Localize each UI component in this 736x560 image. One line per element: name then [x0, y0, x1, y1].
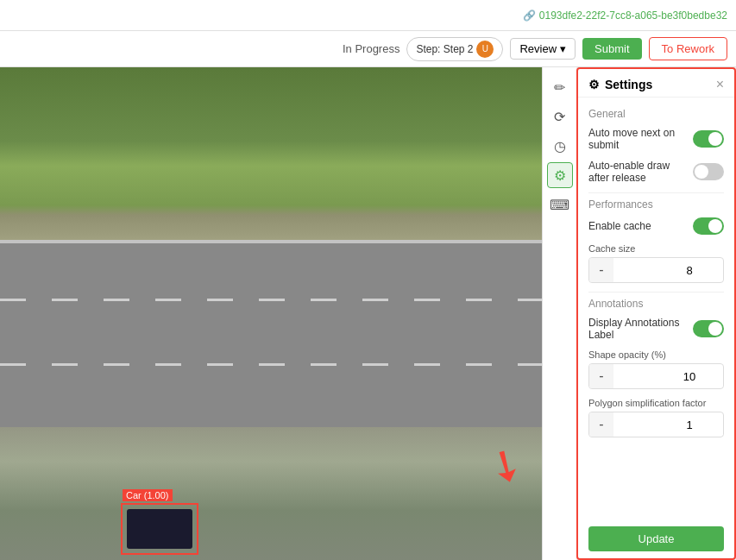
car-label: Car (1.00) — [123, 489, 173, 501]
top-bar: 🔗 0193dfe2-22f2-7cc8-a065-be3f0bedbe32 — [0, 0, 736, 31]
link-icon: 🔗 — [523, 9, 536, 22]
status-badge: In Progress — [343, 42, 399, 55]
road — [0, 240, 542, 427]
cache-size-input-group: - + — [588, 257, 724, 283]
display-annotations-label: Display Annotations Label — [588, 317, 693, 341]
auto-move-label: Auto move next on submit — [588, 127, 693, 151]
chevron-down-icon: ▾ — [560, 42, 566, 55]
right-toolbar: ✏ ⟳ ◷ ⚙ ⌨ — [542, 67, 576, 560]
clock-icon[interactable]: ◷ — [547, 133, 573, 159]
auto-move-toggle[interactable] — [693, 130, 724, 148]
enable-cache-toggle[interactable] — [693, 217, 724, 235]
task-id-text: 0193dfe2-22f2-7cc8-a065-be3f0bedbe32 — [539, 9, 727, 22]
review-button[interactable]: Review ▾ — [510, 38, 576, 60]
settings-toolbar-icon[interactable]: ⚙ — [547, 162, 573, 188]
annotations-label: Annotations — [588, 298, 724, 310]
divider-2 — [588, 292, 724, 293]
cache-size-input[interactable] — [613, 261, 724, 280]
step-label: Step: Step 2 — [416, 43, 473, 55]
display-annotations-toggle[interactable] — [693, 320, 724, 337]
divider-1 — [588, 192, 724, 193]
auto-move-row: Auto move next on submit — [588, 127, 724, 151]
rework-button[interactable]: To Rework — [649, 37, 727, 60]
road-line-top — [0, 240, 542, 243]
settings-panel: ⚙ Settings × General Auto move next on s… — [576, 67, 736, 560]
auto-enable-label: Auto-enable draw after release — [588, 160, 693, 184]
arrow-indicator: ➘ — [478, 435, 534, 496]
car-annotation: Car (1.00) — [121, 503, 198, 555]
auto-enable-toggle[interactable] — [693, 163, 724, 180]
settings-header: ⚙ Settings × — [578, 69, 734, 98]
auto-enable-row: Auto-enable draw after release — [588, 160, 724, 184]
canvas-area: Car (1.00) ➘ — [0, 67, 542, 560]
toolbar-row: In Progress Step: Step 2 U Review ▾ Subm… — [0, 31, 736, 67]
enable-cache-row: Enable cache — [588, 217, 724, 235]
settings-body: General Auto move next on submit Auto-en… — [578, 98, 734, 519]
shape-opacity-minus-button[interactable]: - — [589, 364, 613, 388]
settings-title-text: Settings — [605, 78, 652, 91]
history-icon[interactable]: ⟳ — [547, 104, 573, 129]
polygon-simplification-label: Polygon simplification factor — [588, 398, 724, 408]
cache-size-label: Cache size — [588, 243, 724, 254]
polygon-simplification-input[interactable] — [613, 415, 724, 435]
road-dashes-2 — [0, 363, 542, 366]
settings-close-button[interactable]: × — [716, 78, 724, 91]
display-annotations-row: Display Annotations Label — [588, 317, 724, 341]
main-area: Car (1.00) ➘ ✏ ⟳ ◷ ⚙ ⌨ ⚙ Settings × Gene… — [0, 67, 736, 560]
performances-label: Performances — [588, 198, 724, 211]
edit-icon[interactable]: ✏ — [547, 74, 573, 100]
step-avatar: U — [476, 41, 494, 58]
task-id-area: 🔗 0193dfe2-22f2-7cc8-a065-be3f0bedbe32 — [523, 9, 727, 22]
shape-opacity-input[interactable] — [613, 367, 724, 387]
settings-title: ⚙ Settings — [588, 78, 652, 91]
gear-icon: ⚙ — [588, 78, 600, 91]
shape-opacity-input-group: - + — [588, 363, 724, 389]
enable-cache-label: Enable cache — [588, 220, 693, 232]
general-label: General — [588, 108, 724, 120]
update-button[interactable]: Update — [588, 526, 724, 551]
polygon-simplification-input-group: - + — [588, 412, 724, 437]
cache-size-minus-button[interactable]: - — [589, 258, 613, 282]
car-shape — [127, 509, 192, 549]
canvas-image: Car (1.00) ➘ — [0, 67, 542, 560]
shape-opacity-label: Shape opacity (%) — [588, 349, 724, 360]
step-pill[interactable]: Step: Step 2 U — [406, 37, 503, 61]
review-label: Review — [519, 42, 557, 55]
polygon-simplification-minus-button[interactable]: - — [589, 412, 613, 437]
road-dashes-1 — [0, 299, 542, 301]
keyboard-icon[interactable]: ⌨ — [547, 192, 573, 217]
submit-button[interactable]: Submit — [582, 38, 641, 60]
